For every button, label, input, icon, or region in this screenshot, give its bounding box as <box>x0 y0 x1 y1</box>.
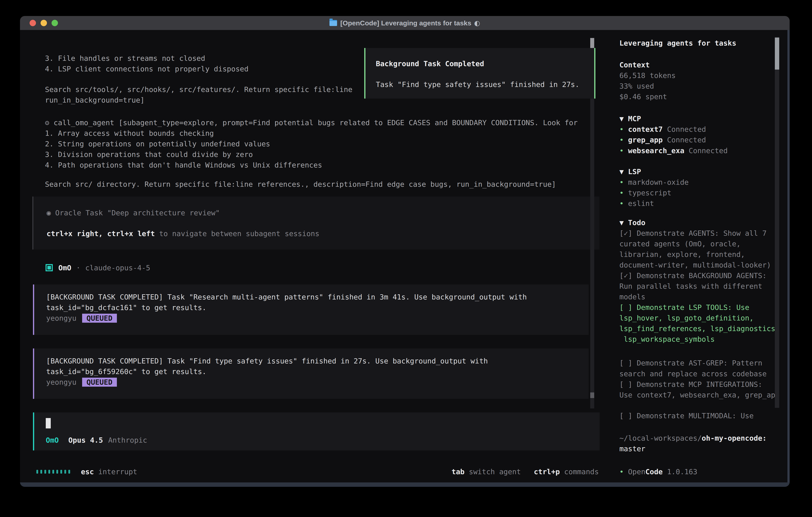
titlebar[interactable]: [OpenCode] Leveraging agents for tasks ◐ <box>20 16 790 30</box>
folder-icon <box>329 20 337 26</box>
activity-dot <box>68 470 70 473</box>
text-line: lsp_find_references, lsp_diagnostics, <box>619 324 780 333</box>
author-label: yeongyu <box>46 314 77 322</box>
model-provider: Anthropic <box>108 436 147 444</box>
text-line: • eslint <box>619 199 654 208</box>
text-line: ~/local-workspaces/oh-my-opencode: <box>619 434 766 443</box>
message-text: task_id="bg_6f59260c" to get results. <box>46 368 206 376</box>
text-line: ▼ MCP <box>619 114 641 123</box>
agent-name: OmO <box>58 264 71 272</box>
text-line: 4. LSP client connections not properly d… <box>45 64 249 73</box>
activity-dot <box>64 470 66 473</box>
text-line: [ ] Demonstrate MULTIMODAL: Use <box>619 411 754 420</box>
message-text: [BACKGROUND TASK COMPLETED] Task "Find t… <box>46 357 488 365</box>
text-line: esc interrupt <box>81 467 137 476</box>
window-title: [OpenCode] Leveraging agents for tasks <box>340 19 471 27</box>
window-right-edge <box>787 30 790 487</box>
text-line: $0.46 spent <box>619 92 667 101</box>
text-line: models <box>619 293 645 301</box>
text-line: Leveraging agents for tasks <box>619 39 736 48</box>
text-line: ▼ Todo <box>619 218 645 227</box>
model-name: Opus 4.5 <box>68 436 103 444</box>
text-line: lsp_hover, lsp_goto_definition, <box>619 314 754 323</box>
agent-name: OmO <box>46 436 59 444</box>
text-cursor <box>46 418 51 429</box>
text-line: [ ] Demonstrate AST-GREP: Pattern <box>619 359 762 368</box>
message-block-typesafety: [BACKGROUND TASK COMPLETED] Task "Find t… <box>33 349 589 399</box>
activity-dot <box>60 470 62 473</box>
text-line: ctrl+x right, ctrl+x left to navigate be… <box>47 229 319 238</box>
text-line: run_in_background=true] <box>45 96 145 105</box>
text-line: • typescript <box>619 189 671 197</box>
text-line: search and replace across codebase <box>619 370 766 378</box>
window-bottom-edge <box>20 483 790 487</box>
message-text: task_id="bg_dcfac161" to get results. <box>46 303 206 312</box>
text-line: [✓] Demonstrate BACKGROUND AGENTS: <box>619 271 766 280</box>
text-line: 33% used <box>619 82 654 90</box>
sidebar-scrollbar-thumb[interactable] <box>775 37 779 70</box>
terminal-window: [OpenCode] Leveraging agents for tasks ◐… <box>20 16 790 487</box>
text-line: ⚙ call_omo_agent [subagent_type=explore,… <box>45 118 578 127</box>
text-line: [ ] Demonstrate MCP INTEGRATIONS: <box>619 380 762 389</box>
activity-dot <box>45 470 46 473</box>
message-text: [BACKGROUND TASK COMPLETED] Task "Resear… <box>46 293 527 301</box>
minimize-button[interactable] <box>40 20 47 26</box>
text-line: [ ] Demonstrate LSP TOOLS: Use <box>619 303 749 312</box>
toast-body: Task "Find type safety issues" finished … <box>376 80 579 88</box>
text-line: ◉ Oracle Task "Deep architecture review" <box>47 209 220 217</box>
queued-badge: QUEUED <box>82 378 117 387</box>
maximize-button[interactable] <box>52 20 58 26</box>
text-line: [✓] Demonstrate AGENTS: Show all 7 <box>619 229 766 238</box>
text-line: tab switch agent ctrl+p commands <box>452 467 599 476</box>
text-line: 3. Division operations that could divide… <box>45 150 253 159</box>
toast-title: Background Task Completed <box>376 60 484 68</box>
text-line: Search src/tools/, src/hooks/, src/featu… <box>45 85 352 94</box>
text-line: 2. String operations on potentially unde… <box>45 140 270 148</box>
text-line: Search src/ directory. Return specific f… <box>45 180 556 189</box>
close-button[interactable] <box>30 20 36 26</box>
chat-scrollbar-thumb[interactable] <box>590 38 594 49</box>
text-line: • grep_app Connected <box>619 136 706 144</box>
text-line: • OpenCode 1.0.163 <box>619 467 697 476</box>
text-line: • markdown-oxide <box>619 178 689 187</box>
text-line: master <box>619 444 645 453</box>
text-line: 4. Path operations that don't handle Win… <box>45 161 322 169</box>
text-line: • websearch_exa Connected <box>619 146 728 155</box>
text-line: ▼ LSP <box>619 167 641 176</box>
text-line: 66,518 tokens <box>619 71 676 80</box>
activity-dot <box>52 470 54 473</box>
agent-model: claude-opus-4-5 <box>85 264 150 272</box>
text-line: 1. Array access without bounds checking <box>45 129 214 138</box>
text-line: document-writer, multimodal-looker) <box>619 261 771 270</box>
omo-agent-header: OmO · claude-opus-4-5 <box>46 263 150 272</box>
activity-dot <box>56 470 58 473</box>
oracle-task-panel: ◉ Oracle Task "Deep architecture review"… <box>32 196 600 249</box>
text-line: Context <box>619 61 650 70</box>
sidebar-scrollbar-track[interactable] <box>775 37 779 408</box>
author-label: yeongyu <box>46 378 77 386</box>
activity-dots <box>36 470 72 473</box>
prompt-input[interactable]: OmO Opus 4.5 Anthropic <box>33 412 600 451</box>
screen: [OpenCode] Leveraging agents for tasks ◐… <box>0 0 812 517</box>
text-line: curated agents (OmO, oracle, <box>619 240 741 248</box>
text-line: 3. File handles or streams not closed <box>45 54 205 63</box>
activity-dot <box>36 470 38 473</box>
text-line: librarian, explore, frontend, <box>619 250 745 259</box>
text-line: lsp_workspace_symbols <box>619 335 715 344</box>
text-line: Run parallel tasks with different <box>619 282 762 291</box>
queued-badge: QUEUED <box>82 314 117 323</box>
omo-agent-icon <box>46 264 53 271</box>
separator-dot: · <box>76 264 81 272</box>
activity-dot <box>48 470 50 473</box>
session-state-icon: ◐ <box>474 19 480 27</box>
activity-dot <box>40 470 42 473</box>
chat-scrollbar-marker[interactable] <box>590 392 594 398</box>
text-line: • context7 Connected <box>619 125 706 134</box>
model-indicator: OmO Opus 4.5 Anthropic <box>46 436 147 444</box>
text-line: Use context7, websearch_exa, grep_app <box>619 391 780 400</box>
message-block-research: [BACKGROUND TASK COMPLETED] Task "Resear… <box>33 284 589 335</box>
toast-notification[interactable]: Background Task Completed Task "Find typ… <box>364 48 596 99</box>
